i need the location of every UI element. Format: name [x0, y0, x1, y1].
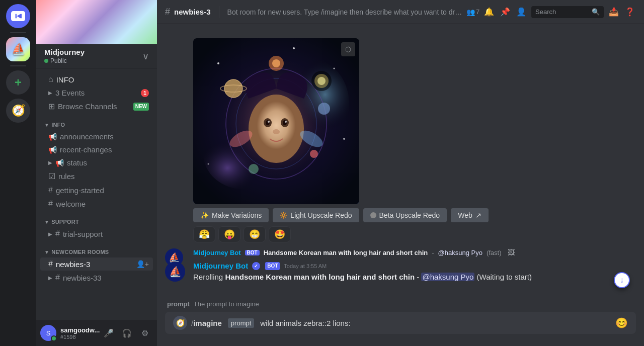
browse-channels-badge: NEW: [133, 103, 149, 111]
hash-icon-getting-started: #: [48, 186, 53, 195]
header-actions: 👥 7 🔔 📌 👤 Search 🔍 📥 ❓: [467, 6, 636, 18]
reaction-starstruck[interactable]: 🤩: [269, 226, 291, 242]
reaction-angry[interactable]: 😤: [193, 226, 215, 242]
trial-arrow: ▶: [48, 231, 52, 237]
svg-point-27: [317, 77, 326, 85]
category-support[interactable]: ▼ SUPPORT: [36, 211, 157, 227]
beta-upscale-redo-button[interactable]: Beta Upscale Redo: [363, 208, 447, 222]
image-small-icon[interactable]: 🖼: [508, 248, 515, 256]
category-newcomer[interactable]: ▼ NEWCOMER ROOMS: [36, 241, 157, 257]
status-icon: 📢: [55, 159, 64, 167]
settings-button[interactable]: ⚙: [137, 325, 153, 341]
light-upscale-redo-button[interactable]: 🔆 Light Upscale Redo: [273, 208, 359, 222]
notification-icon[interactable]: 🔔: [483, 6, 495, 18]
bot-avatar: ⛵: [165, 262, 185, 282]
external-link-icon: ↗: [475, 211, 481, 219]
channel-newbies-3[interactable]: # newbies-3 👤+: [40, 257, 153, 271]
add-member-icon: 👤+: [136, 260, 149, 268]
reaction-grin[interactable]: 😁: [244, 226, 266, 242]
channel-welcome[interactable]: # welcome: [40, 197, 153, 210]
channel-hash-icon: #: [165, 7, 170, 17]
image-embed: ⬡: [193, 38, 359, 204]
search-icon: 🔍: [592, 8, 600, 16]
bot-tag: BOT: [265, 262, 280, 270]
scroll-to-bottom-button[interactable]: ↓: [614, 272, 630, 288]
rerolling-label: Rerolling: [193, 273, 225, 281]
server-banner: [36, 0, 157, 44]
midjourney-server-icon[interactable]: ⛵: [6, 37, 30, 61]
chat-input-area: 🧭 /imagine prompt 😊: [157, 308, 644, 346]
bot-verified-badge: [252, 262, 260, 270]
bot-name-inline: Midjourney Bot: [193, 249, 241, 256]
server-divider-2: [10, 65, 26, 66]
messages-area[interactable]: ⬡ ✨ Make Variations 🔆 Light Upscale Redo…: [157, 24, 644, 298]
reaction-playful[interactable]: 😛: [218, 226, 240, 242]
server-status: Public: [44, 57, 85, 64]
hash-icon-trial: #: [55, 229, 60, 238]
channel-status[interactable]: ▶ 📢 status: [40, 156, 153, 169]
prompt-hint-text: The prompt to imagine: [194, 300, 259, 308]
browse-icon: ⊞: [48, 102, 55, 111]
pin-icon[interactable]: 📌: [499, 6, 511, 18]
web-button[interactable]: Web ↗: [451, 208, 489, 222]
user-panel: S samgoodw... #1598 🎤 🎧 ⚙: [36, 320, 157, 346]
message-content: Rerolling Handsome Korean man with long …: [193, 272, 620, 283]
channel-announcements[interactable]: 📢 announcements: [40, 130, 153, 143]
channel-trial-support[interactable]: ▶ # trial-support: [40, 227, 153, 240]
channel-rules[interactable]: ☑ rules: [40, 169, 153, 183]
svg-point-29: [272, 59, 280, 67]
channel-list: ⌂ INFO ▶ 3 Events 1 ⊞ Browse Channels NE…: [36, 68, 157, 320]
events-label: 3 Events: [55, 89, 85, 97]
hash-icon-rules: ☑: [48, 171, 55, 181]
chat-input-right: 😊: [615, 317, 628, 329]
channel-recent-changes[interactable]: 📢 recent-changes: [40, 143, 153, 156]
image-action-button[interactable]: ⬡: [341, 42, 355, 56]
bot-notification-row: ⛵ Midjourney Bot BOT Handsome Korean man…: [157, 246, 644, 257]
inbox-icon[interactable]: 📥: [608, 6, 620, 18]
browse-channels-item[interactable]: ⊞ Browse Channels NEW: [40, 100, 153, 113]
members-icon[interactable]: 👥 7: [467, 6, 479, 18]
mute-button[interactable]: 🎤: [101, 325, 117, 341]
channel-getting-started[interactable]: # getting-started: [40, 184, 153, 197]
user-controls: 🎤 🎧 ⚙: [101, 325, 153, 341]
light-upscale-icon: 🔆: [280, 212, 287, 219]
channel-header: # newbies-3 Bot room for new users. Type…: [157, 0, 644, 24]
events-item[interactable]: ▶ 3 Events 1: [40, 86, 153, 99]
server-header[interactable]: Midjourney Public ∨: [36, 44, 157, 68]
dash-separator: -: [432, 249, 434, 256]
help-icon[interactable]: ❓: [624, 6, 636, 18]
prompt-label: prompt: [228, 318, 254, 328]
mention[interactable]: @haksung Pyo: [421, 273, 474, 281]
embed-image: ⬡: [193, 38, 359, 204]
search-box[interactable]: Search 🔍: [531, 6, 604, 18]
prompt-hint: prompt The prompt to imagine: [165, 298, 636, 308]
newbies33-arrow: ▶: [48, 275, 52, 281]
svg-point-23: [208, 163, 209, 165]
events-badge: 1: [141, 89, 149, 97]
home-channel-item[interactable]: ⌂ INFO: [40, 73, 153, 86]
explore-servers-icon[interactable]: 🧭: [6, 99, 30, 123]
bot-author-name[interactable]: Midjourney Bot: [193, 262, 248, 270]
chat-input-field[interactable]: [260, 319, 611, 327]
server-list: ⛵ + 🧭: [0, 0, 36, 346]
home-server-icon[interactable]: [6, 4, 30, 28]
chat-input-box: 🧭 /imagine prompt 😊: [165, 312, 636, 334]
members-list-icon[interactable]: 👤: [515, 6, 527, 18]
beta-upscale-icon: [370, 212, 376, 218]
make-variations-icon: ✨: [200, 211, 209, 219]
category-info[interactable]: ▼ INFO: [36, 114, 157, 130]
reactions: 😤 😛 😁 🤩: [193, 226, 620, 242]
reroll-message: ⛵ Midjourney Bot BOT Today at 3:55 AM Re…: [157, 257, 644, 287]
channel-newbies-33[interactable]: ▶ # newbies-33: [40, 271, 153, 284]
browse-channels-label: Browse Channels: [58, 102, 117, 111]
events-arrow: ▶: [48, 90, 52, 96]
add-server-icon[interactable]: +: [6, 70, 30, 95]
announcement-icon-2: 📢: [48, 146, 57, 154]
make-variations-button[interactable]: ✨ Make Variations: [193, 208, 269, 222]
deafen-button[interactable]: 🎧: [119, 325, 135, 341]
svg-point-18: [310, 150, 318, 158]
svg-point-22: [343, 138, 345, 140]
user-info: samgoodw... #1598: [60, 326, 97, 340]
header-divider: [219, 6, 219, 18]
emoji-button[interactable]: 😊: [615, 317, 628, 329]
